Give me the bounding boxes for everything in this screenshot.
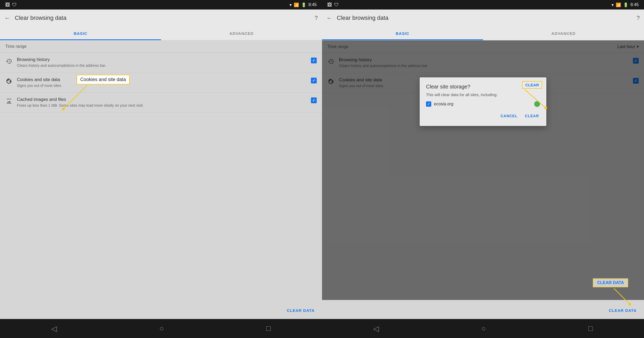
right-phone-panel: 🖼 🛡 ▾ 📶 🔋 8:45 ← Clear browsing data ? B…: [322, 0, 644, 338]
tab-basic-left[interactable]: BASIC: [0, 26, 161, 40]
dialog-overlay: Clear site storage? This will clear data…: [322, 40, 644, 300]
settings-body-right: Time range Last hour ▾ Browsing history …: [322, 40, 644, 319]
browsing-history-text-left: Browsing history Clears history and auto…: [17, 57, 307, 68]
status-bar-left-icons: 🖼 🛡: [5, 2, 17, 8]
tab-advanced-left[interactable]: ADVANCED: [161, 26, 322, 40]
svg-point-3: [544, 107, 547, 109]
shield-icon-right: 🛡: [334, 2, 339, 8]
annotation-container-left: Cookies and site data: [77, 75, 130, 84]
photo-icon: 🖼: [5, 2, 10, 8]
back-button-right[interactable]: ←: [326, 14, 333, 22]
wifi-signal-icon-right: 📶: [616, 2, 621, 7]
wifi-icon: ▾: [290, 2, 292, 7]
status-bar-right-right-icons: ▾ 📶 🔋 8:45: [612, 2, 639, 7]
clear-annotation-arrow: [525, 90, 556, 111]
cached-images-text-left: Cached images and files Frees up less th…: [17, 97, 307, 108]
time-display: 8:45: [309, 2, 317, 7]
cached-images-item-left[interactable]: Cached images and files Frees up less th…: [0, 93, 322, 113]
dialog-site-name: ecosia.org: [434, 102, 532, 106]
nav-bar-left: ◁ ○ □: [0, 319, 322, 338]
nav-home-left[interactable]: ○: [159, 324, 164, 333]
clear-site-storage-dialog: Clear site storage? This will clear data…: [420, 77, 546, 126]
dialog-site-row: ecosia.org: [426, 101, 540, 107]
tabs-bar-left: BASIC ADVANCED: [0, 26, 322, 40]
dialog-site-checkbox[interactable]: [426, 101, 431, 107]
dialog-clear-button[interactable]: CLEAR: [524, 112, 540, 120]
cached-images-checkbox-left[interactable]: [311, 97, 317, 103]
right-screen-content: ← Clear browsing data ? BASIC ADVANCED T…: [322, 10, 644, 319]
clear-data-annotation-box: CLEAR DATA: [593, 278, 628, 287]
time-display-right: 8:45: [631, 2, 639, 7]
tabs-bar-right: BASIC ADVANCED: [322, 26, 644, 40]
clear-data-button-right[interactable]: CLEAR DATA: [607, 306, 639, 315]
page-title-right: Clear browsing data: [337, 15, 632, 21]
tab-advanced-right[interactable]: ADVANCED: [483, 26, 644, 40]
shield-icon: 🛡: [12, 2, 17, 8]
browsing-history-checkbox-left[interactable]: [311, 58, 317, 63]
status-bar-right-icons: ▾ 📶 🔋 8:45: [290, 2, 317, 7]
history-icon-left: [5, 58, 13, 65]
dialog-cancel-button[interactable]: CANCEL: [499, 112, 518, 120]
browsing-history-item-left[interactable]: Browsing history Clears history and auto…: [0, 53, 322, 73]
footer-left: CLEAR DATA: [0, 302, 322, 319]
photo-icon-right: 🖼: [327, 2, 332, 8]
cached-images-desc-left: Frees up less than 1 MB. Some sites may …: [17, 103, 307, 108]
cookies-text-left: Cookies and site data Signs you out of m…: [17, 77, 307, 88]
wifi-icon-right: ▾: [612, 2, 614, 7]
back-button-left[interactable]: ←: [4, 14, 11, 22]
cookies-item-left[interactable]: Cookies and site data Signs you out of m…: [0, 73, 322, 93]
battery-icon-right: 🔋: [623, 2, 628, 7]
right-top-bar: ← Clear browsing data ?: [322, 10, 644, 26]
page-title-left: Clear browsing data: [15, 15, 310, 21]
cookie-icon-left: [5, 78, 13, 85]
annotation-box-cookies: Cookies and site data: [77, 75, 130, 84]
nav-recent-right[interactable]: □: [588, 324, 593, 333]
dialog-buttons: CANCEL CLEAR: [426, 112, 540, 120]
nav-back-left[interactable]: ◁: [51, 324, 57, 333]
left-top-bar: ← Clear browsing data ?: [0, 10, 322, 26]
wifi-signal-icon: 📶: [294, 2, 299, 7]
nav-recent-left[interactable]: □: [266, 324, 271, 333]
browsing-history-title-left: Browsing history: [17, 57, 307, 62]
nav-home-right[interactable]: ○: [481, 324, 486, 333]
nav-bar-right: ◁ ○ □: [322, 319, 644, 338]
clear-data-annotation-container: CLEAR DATA: [593, 278, 628, 287]
left-screen-content: ← Clear browsing data ? BASIC ADVANCED T…: [0, 10, 322, 319]
cookies-title-left: Cookies and site data: [17, 77, 307, 82]
image-icon-left: [5, 97, 13, 105]
browsing-history-desc-left: Clears history and autocompletions in th…: [17, 63, 307, 68]
time-range-label-left: Time range: [5, 44, 26, 49]
clear-annotation-container: CLEAR: [522, 81, 542, 89]
tab-basic-right[interactable]: BASIC: [322, 26, 483, 40]
cookies-desc-left: Signs you out of most sites.: [17, 83, 307, 88]
status-bar-right: 🖼 🛡 ▾ 📶 🔋 8:45: [322, 0, 644, 10]
nav-back-right[interactable]: ◁: [373, 324, 379, 333]
footer-right: CLEAR DATA: [322, 302, 644, 319]
clear-annotation-box: CLEAR: [522, 81, 542, 89]
cookies-checkbox-left[interactable]: [311, 78, 317, 83]
left-phone-panel: 🖼 🛡 ▾ 📶 🔋 8:45 ← Clear browsing data ? B…: [0, 0, 322, 338]
help-icon-right[interactable]: ?: [637, 15, 640, 21]
clear-data-button-left[interactable]: CLEAR DATA: [285, 306, 317, 315]
dialog-description: This will clear data for all sites, incl…: [426, 92, 540, 97]
cached-images-title-left: Cached images and files: [17, 97, 307, 102]
settings-body-left: Time range Browsing history Clears histo…: [0, 40, 322, 319]
help-icon-left[interactable]: ?: [315, 15, 318, 21]
status-bar-left: 🖼 🛡 ▾ 📶 🔋 8:45: [0, 0, 322, 10]
status-bar-right-left-icons: 🖼 🛡: [327, 2, 339, 8]
time-range-row-left[interactable]: Time range: [0, 40, 322, 53]
svg-point-4: [536, 102, 539, 106]
site-favicon-ecosia: [534, 101, 540, 107]
battery-icon: 🔋: [301, 2, 306, 7]
